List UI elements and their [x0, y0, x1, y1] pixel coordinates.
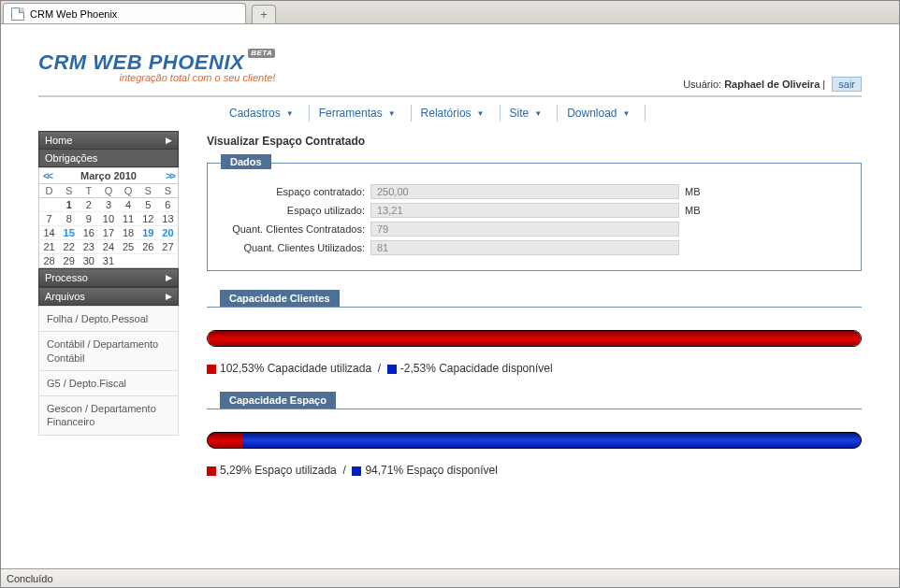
chevron-down-icon: ▼	[388, 109, 396, 118]
calendar-day[interactable]: 24	[98, 240, 118, 254]
legend-avail-label: -2,53% Capacidade disponível	[400, 362, 553, 375]
browser-tabbar: CRM Web Phoenix +	[1, 1, 899, 24]
calendar-prev-button[interactable]: <<	[43, 170, 51, 181]
calendar-dow: Q	[119, 184, 138, 198]
sidebar-subitem[interactable]: Gescon / Departamento Financeiro	[38, 396, 179, 436]
menu-divider	[557, 105, 558, 122]
section-heading-espaco: Capacidade Espaço	[220, 392, 336, 409]
calendar-day[interactable]: 30	[79, 254, 98, 268]
calendar-day[interactable]: 7	[39, 212, 59, 226]
legend-espaco: 5,29% Espaço utilizada / 94,71% Espaço d…	[207, 464, 862, 477]
calendar-day[interactable]: 25	[119, 240, 138, 254]
data-value: 250,00	[370, 184, 679, 199]
calendar-dow: S	[138, 184, 158, 198]
browser-tab[interactable]: CRM Web Phoenix	[3, 3, 246, 23]
menu-label: Download	[567, 107, 617, 120]
calendar-next-button[interactable]: >>	[166, 170, 174, 181]
data-row: Espaço utilizado:13,21MB	[221, 203, 848, 218]
data-label: Espaço utilizado:	[221, 205, 370, 216]
calendar-day[interactable]: 19	[138, 226, 158, 240]
calendar-dow: T	[79, 184, 98, 198]
menu-divider	[309, 105, 310, 122]
logo: CRM WEB PHOENIX BETA integração total co…	[38, 52, 275, 83]
legend-swatch-blue	[387, 365, 397, 374]
sidebar-item-arquivos[interactable]: Arquivos ▶	[38, 287, 179, 306]
chevron-down-icon: ▼	[623, 109, 631, 118]
calendar-day[interactable]: 20	[158, 226, 178, 240]
data-row: Espaço contratado:250,00MB	[221, 184, 848, 199]
menu-label: Relatórios	[421, 107, 472, 120]
calendar-day[interactable]: 3	[98, 198, 118, 212]
calendar-day[interactable]: 12	[138, 212, 158, 226]
menu-divider	[411, 105, 412, 122]
data-value: 13,21	[370, 203, 679, 218]
sidebar-item-label: Arquivos	[45, 291, 85, 302]
calendar-day[interactable]: 5	[138, 198, 158, 212]
calendar-day[interactable]: 29	[59, 254, 79, 268]
menu-site[interactable]: Site▼	[506, 105, 552, 122]
calendar-day[interactable]: 14	[39, 226, 59, 240]
new-tab-button[interactable]: +	[252, 5, 276, 23]
page-title: Visualizar Espaço Contratado	[207, 135, 862, 148]
calendar-day[interactable]: 11	[119, 212, 138, 226]
browser-statusbar: Concluído	[1, 568, 899, 587]
menu-label: Site	[510, 107, 530, 120]
data-label: Quant. Clientes Utilizados:	[221, 242, 370, 253]
calendar-day	[138, 254, 158, 268]
beta-badge: BETA	[248, 49, 275, 58]
menu-divider	[645, 105, 646, 122]
calendar-day[interactable]: 16	[79, 226, 98, 240]
chevron-right-icon: ▶	[166, 273, 172, 282]
calendar-day[interactable]: 10	[98, 212, 118, 226]
calendar-day[interactable]: 28	[39, 254, 59, 268]
bar-segment-used	[208, 433, 242, 448]
calendar-day[interactable]: 4	[119, 198, 138, 212]
calendar-day[interactable]: 17	[98, 226, 118, 240]
legend-swatch-blue	[352, 466, 361, 476]
sidebar-sublist: Folha / Depto.PessoalContábil / Departam…	[38, 306, 179, 436]
chevron-down-icon: ▼	[477, 109, 485, 118]
calendar-day[interactable]: 1	[59, 198, 79, 212]
dados-legend: Dados	[221, 154, 271, 169]
calendar-day[interactable]: 23	[79, 240, 98, 254]
calendar-day[interactable]: 8	[59, 212, 79, 226]
calendar-day[interactable]: 22	[59, 240, 79, 254]
calendar-day[interactable]: 6	[158, 198, 178, 212]
sidebar-subitem[interactable]: Contábil / Departamento Contábil	[38, 332, 179, 371]
calendar-dow: D	[39, 184, 59, 198]
calendar-day	[158, 254, 178, 268]
calendar-day[interactable]: 9	[79, 212, 98, 226]
menu-relatorios[interactable]: Relatórios▼	[417, 105, 494, 122]
menu-cadastros[interactable]: Cadastros▼	[225, 105, 303, 122]
calendar-day[interactable]: 2	[79, 198, 98, 212]
sidebar-item-processo[interactable]: Processo ▶	[38, 268, 179, 287]
logout-button[interactable]: sair	[832, 77, 862, 92]
calendar-day[interactable]: 13	[158, 212, 178, 226]
menu-download[interactable]: Download▼	[563, 105, 639, 122]
legend-used-label: 102,53% Capacidade utilizada	[220, 362, 371, 375]
calendar-dow: S	[158, 184, 178, 198]
section-divider: Capacidade Espaço	[207, 392, 862, 409]
sidebar-subitem[interactable]: Folha / Depto.Pessoal	[38, 306, 179, 332]
bar-segment-available	[242, 433, 861, 448]
calendar-day[interactable]: 18	[119, 226, 138, 240]
calendar-day[interactable]: 26	[138, 240, 158, 254]
calendar-day[interactable]: 31	[98, 254, 118, 268]
calendar: << Março 2010 >> DSTQQSS 123456789101112…	[38, 167, 179, 268]
sidebar-item-home[interactable]: Home ▶	[38, 131, 179, 150]
chevron-right-icon: ▶	[166, 292, 172, 301]
browser-viewport: CRM WEB PHOENIX BETA integração total co…	[1, 24, 899, 568]
calendar-day[interactable]: 15	[59, 226, 79, 240]
legend-clientes: 102,53% Capacidade utilizada / -2,53% Ca…	[207, 362, 862, 375]
main-column: Visualizar Espaço Contratado Dados Espaç…	[207, 131, 862, 477]
sidebar-item-obrigacoes[interactable]: Obrigações	[38, 150, 179, 167]
calendar-day[interactable]: 27	[158, 240, 178, 254]
legend-avail-label: 94,71% Espaço disponível	[365, 464, 497, 477]
calendar-day[interactable]: 21	[39, 240, 59, 254]
data-unit: MB	[685, 186, 701, 197]
user-label: Usuário:	[683, 79, 721, 90]
sidebar-subitem[interactable]: G5 / Depto.Fiscal	[38, 371, 179, 396]
menu-ferramentas[interactable]: Ferramentas▼	[315, 105, 405, 122]
sidebar: Home ▶ Obrigações << Março 2010 >>	[38, 131, 179, 477]
app-window: CRM Web Phoenix + CRM WEB PHOENIX BETA i…	[0, 0, 900, 588]
